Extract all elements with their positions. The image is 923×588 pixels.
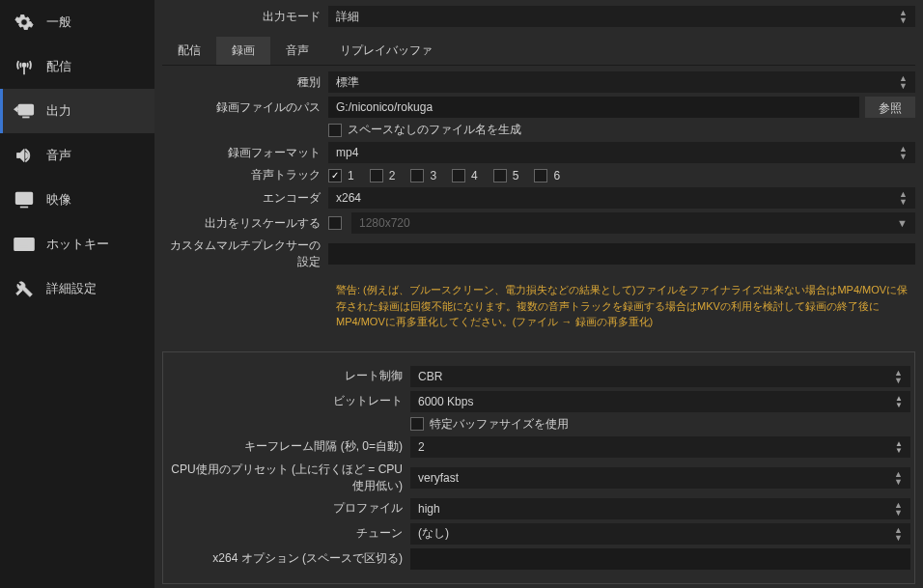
sidebar-item-label: 出力: [46, 102, 71, 120]
svg-rect-2: [19, 105, 34, 115]
x264opts-input[interactable]: [410, 548, 910, 570]
broadcast-icon: [14, 56, 35, 77]
tab-stream[interactable]: 配信: [162, 37, 216, 65]
warning-text: 警告: (例えば、ブルースクリーン、電力損失などの結果として)ファイルをファイナ…: [162, 274, 915, 338]
sidebar-item-audio[interactable]: 音声: [0, 133, 154, 178]
track-4-checkbox[interactable]: 4: [452, 169, 478, 182]
svg-rect-6: [14, 238, 34, 251]
tune-select[interactable]: (なし) ▲▼: [410, 523, 910, 545]
tracks-label: 音声トラック: [162, 167, 328, 183]
keyframe-input[interactable]: 2 ▲▼: [410, 436, 910, 458]
monitor-icon: [14, 189, 35, 210]
select-arrows-icon: ▲▼: [894, 501, 903, 517]
main-panel: 出力モード 詳細 ▲▼ 配信 録画 音声 リプレイバッファ 種別 標準 ▲▼ 録…: [154, 0, 923, 588]
format-label: 録画フォーマット: [162, 145, 328, 161]
tune-value: (なし): [418, 525, 449, 542]
nospace-checkbox[interactable]: スペースなしのファイル名を生成: [328, 122, 521, 138]
track-3-checkbox[interactable]: 3: [410, 169, 436, 182]
browse-button[interactable]: 参照: [865, 97, 915, 118]
checkbox-box: [452, 169, 465, 182]
checkbox-box: [410, 169, 424, 182]
rescale-value: 1280x720: [359, 216, 410, 230]
output-tabs: 配信 録画 音声 リプレイバッファ: [162, 37, 915, 66]
tab-audio[interactable]: 音声: [270, 37, 324, 65]
rate-control-select[interactable]: CBR ▲▼: [410, 366, 910, 387]
gear-icon: [14, 12, 35, 33]
select-arrows-icon: ▲▼: [899, 190, 908, 206]
type-value: 標準: [336, 74, 359, 91]
track-2-checkbox[interactable]: 2: [370, 169, 396, 182]
checkbox-box: [493, 169, 507, 182]
sidebar-item-label: 一般: [46, 14, 71, 31]
bitrate-label: ビットレート: [167, 393, 410, 409]
select-arrows-icon: ▲▼: [894, 470, 903, 486]
type-label: 種別: [162, 74, 328, 91]
svg-point-0: [22, 64, 25, 67]
profile-select[interactable]: high ▲▼: [410, 498, 910, 519]
rescale-label: 出力をリスケールする: [162, 215, 328, 232]
rate-control-value: CBR: [418, 370, 442, 383]
sidebar-item-video[interactable]: 映像: [0, 178, 154, 222]
profile-label: プロファイル: [167, 500, 410, 517]
sidebar-item-stream[interactable]: 配信: [0, 44, 154, 89]
preset-select[interactable]: veryfast ▲▼: [410, 467, 910, 489]
sidebar-item-label: 音声: [46, 147, 71, 164]
track-6-checkbox[interactable]: 6: [534, 169, 560, 182]
checkbox-box: [534, 169, 547, 182]
checkbox-box: [328, 216, 342, 230]
checkbox-box: ✓: [328, 169, 342, 182]
format-value: mp4: [336, 146, 358, 159]
path-label: 録画ファイルのパス: [162, 99, 328, 116]
encoder-select[interactable]: x264 ▲▼: [328, 187, 915, 209]
spinner-icon: ▲▼: [895, 395, 903, 408]
speaker-icon: [14, 145, 35, 166]
preset-value: veryfast: [418, 471, 459, 485]
select-arrows-icon: ▲▼: [894, 526, 903, 542]
bitrate-value: 6000 Kbps: [418, 395, 473, 408]
path-input[interactable]: G:/niconico/rokuga: [328, 97, 859, 118]
mux-input[interactable]: [328, 243, 915, 265]
tune-label: チューン: [167, 525, 410, 542]
sidebar-item-label: 映像: [46, 191, 71, 209]
checkbox-box: [370, 169, 383, 182]
encoder-value: x264: [336, 191, 361, 205]
sidebar-item-output[interactable]: 出力: [0, 89, 154, 133]
select-arrows-icon: ▲▼: [899, 74, 908, 90]
track-1-checkbox[interactable]: ✓1: [328, 169, 354, 182]
sidebar-item-label: 配信: [46, 58, 71, 75]
bitrate-input[interactable]: 6000 Kbps ▲▼: [410, 391, 910, 412]
rescale-select[interactable]: 1280x720 ▼: [351, 212, 915, 234]
sidebar-item-advanced[interactable]: 詳細設定: [0, 266, 154, 311]
tab-replay[interactable]: リプレイバッファ: [324, 37, 448, 65]
custom-buf-checkbox[interactable]: 特定バッファサイズを使用: [410, 416, 569, 433]
track-5-checkbox[interactable]: 5: [493, 169, 519, 182]
chevron-down-icon: ▼: [897, 217, 908, 229]
output-mode-value: 詳細: [336, 9, 359, 25]
format-select[interactable]: mp4 ▲▼: [328, 142, 915, 163]
select-arrows-icon: ▲▼: [899, 145, 908, 160]
sidebar-item-general[interactable]: 一般: [0, 0, 154, 44]
encoder-settings-frame: レート制御 CBR ▲▼ ビットレート 6000 Kbps ▲▼: [162, 351, 915, 584]
svg-rect-4: [16, 193, 33, 205]
tools-icon: [14, 278, 35, 299]
spinner-icon: ▲▼: [895, 440, 903, 454]
type-select[interactable]: 標準 ▲▼: [328, 71, 915, 93]
profile-value: high: [418, 502, 440, 516]
sidebar: 一般 配信 出力 音声 映像 ホットキー 詳細設定: [0, 0, 154, 588]
rescale-checkbox[interactable]: [328, 216, 342, 230]
select-arrows-icon: ▲▼: [894, 369, 903, 384]
mux-label: カスタムマルチプレクサーの設定: [162, 238, 328, 270]
keyframe-value: 2: [418, 440, 425, 454]
preset-label: CPU使用のプリセット (上に行くほど = CPU使用低い): [167, 462, 410, 494]
checkbox-box: [410, 417, 424, 431]
keyframe-label: キーフレーム間隔 (秒, 0=自動): [167, 438, 410, 455]
sidebar-item-label: 詳細設定: [46, 280, 97, 297]
x264opts-label: x264 オプション (スペースで区切る): [167, 550, 410, 567]
keyboard-icon: [14, 234, 35, 255]
tab-recording[interactable]: 録画: [216, 37, 270, 65]
select-arrows-icon: ▲▼: [899, 9, 908, 24]
sidebar-item-hotkeys[interactable]: ホットキー: [0, 222, 154, 266]
output-mode-select[interactable]: 詳細 ▲▼: [328, 6, 915, 27]
checkbox-box: [328, 124, 342, 137]
rate-control-label: レート制御: [167, 368, 410, 384]
